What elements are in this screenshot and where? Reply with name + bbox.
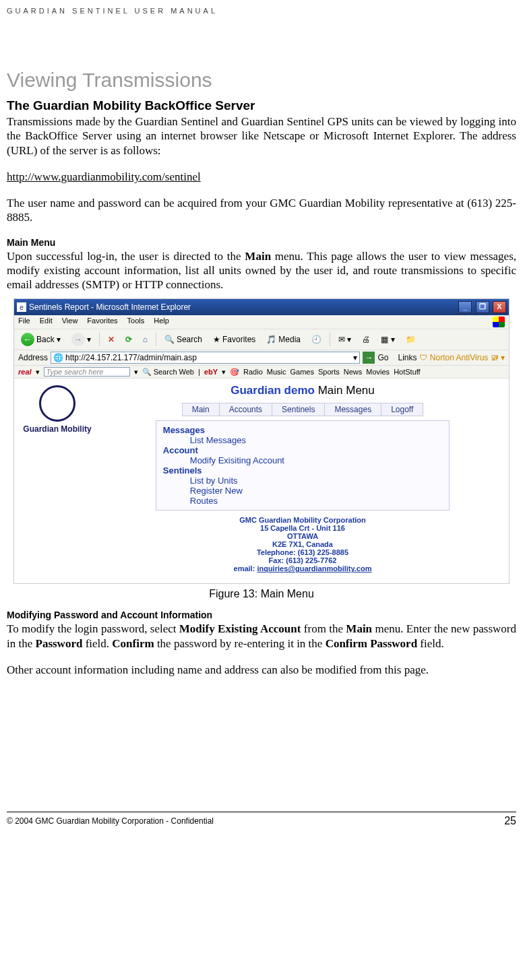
tab-accounts[interactable]: Accounts (220, 403, 272, 416)
mail-button[interactable]: ✉ ▾ (336, 334, 354, 345)
text: Upon successful log-in, the user is dire… (7, 250, 245, 263)
tab-sentinels[interactable]: Sentinels (272, 403, 325, 416)
folder-button[interactable]: 📁 (403, 334, 419, 345)
menu-edit[interactable]: Edit (40, 317, 53, 327)
menu-tools[interactable]: Tools (127, 317, 145, 327)
norton-text: Norton AntiVirus (430, 353, 489, 362)
real-search-web[interactable]: 🔍 Search Web (142, 368, 194, 377)
paragraph: To modify the login password, select Mod… (7, 622, 516, 651)
media-label: Media (278, 335, 301, 344)
subsection-heading-main-menu: Main Menu (7, 237, 516, 248)
real-logo: real (18, 368, 32, 376)
toolbar-link[interactable]: Music (267, 368, 286, 376)
chevron-down-icon[interactable]: ▾ (134, 368, 138, 377)
toolbar-link[interactable]: Movies (366, 368, 390, 376)
address-value: http://24.157.21.177/admin/main.asp (65, 353, 197, 362)
search-button[interactable]: 🔍 Search (162, 334, 205, 345)
real-search-input[interactable]: Type search here (44, 367, 130, 377)
chevron-down-icon[interactable]: ▾ (36, 368, 40, 377)
favorites-button[interactable]: ★ Favorites (210, 334, 258, 345)
maximize-button[interactable]: ❐ (476, 301, 489, 313)
footer-line: 15 Capella Crt - Unit 116 (103, 524, 502, 532)
menu-item-routes[interactable]: Routes (190, 496, 442, 506)
back-label: Back (36, 335, 55, 344)
spacer (7, 225, 516, 237)
window-buttons: _ ❐ X (457, 301, 506, 313)
tab-logoff[interactable]: Logoff (381, 403, 423, 416)
paragraph: The user name and password can be acquir… (7, 196, 516, 225)
toolbar-link[interactable]: ebY (204, 368, 218, 376)
tab-main[interactable]: Main (183, 403, 220, 416)
paragraph: Transmissions made by the Guardian Senti… (7, 115, 516, 158)
footer-line: GMC Guardian Mobility Corporation (103, 516, 502, 524)
bold-text: Password (36, 637, 83, 650)
favorites-label: Favorites (222, 335, 255, 344)
page-title: Viewing Transmissions (7, 69, 516, 92)
real-search-web-label: Search Web (154, 368, 194, 376)
minimize-button[interactable]: _ (458, 301, 472, 313)
chevron-down-icon[interactable]: ▾ (353, 353, 357, 362)
refresh-button[interactable]: ⟳ (123, 334, 135, 345)
stop-button[interactable]: ✕ (105, 334, 117, 345)
menu-favorites[interactable]: Favorites (87, 317, 117, 327)
paragraph: http://www.guardianmobility.com/sentinel (7, 170, 516, 184)
go-button[interactable]: → (363, 352, 375, 364)
links-label[interactable]: Links (398, 353, 417, 362)
separator (156, 333, 156, 346)
footer-line: Telephone: (613) 225-8885 (103, 548, 502, 556)
back-button[interactable]: ←Back ▾ (18, 332, 63, 347)
toolbar-link[interactable]: Games (290, 368, 314, 376)
chevron-down-icon: ▾ (57, 335, 61, 344)
tab-bar: Main Accounts Sentinels Messages Logoff (182, 403, 424, 416)
toolbar-link[interactable]: Radio (243, 368, 263, 376)
spacer (7, 158, 516, 170)
running-header: GUARDIAN SENTINEL USER MANUAL (7, 7, 516, 15)
menu-category: Sentinels (163, 465, 442, 476)
forward-button[interactable]: → ▾ (69, 332, 94, 347)
print-button[interactable]: 🖨 (359, 334, 373, 345)
media-button[interactable]: 🎵 Media (264, 334, 303, 345)
menu-item-modify-account[interactable]: Modify Exisiting Account (190, 455, 442, 465)
chevron-down-icon: ▾ (87, 335, 91, 344)
footer-line: Fax: (613) 225-7762 (103, 556, 502, 564)
menu-file[interactable]: File (18, 317, 30, 327)
footer-email-link[interactable]: inquiries@guardianmobility.com (257, 564, 371, 573)
toolbar-link[interactable]: HotStuff (394, 368, 421, 376)
toolbar-link[interactable]: News (344, 368, 363, 376)
bold-text: Confirm (112, 637, 154, 650)
menu-item-register-new[interactable]: Register New (190, 486, 442, 496)
tab-messages[interactable]: Messages (325, 403, 381, 416)
copyright-text: © 2004 GMC Guardian Mobility Corporation… (7, 816, 504, 826)
edit-button[interactable]: ▦ ▾ (378, 334, 397, 345)
toolbar-button[interactable]: 🎯 (230, 368, 239, 377)
page-footer: © 2004 GMC Guardian Mobility Corporation… (7, 812, 516, 830)
guardian-logo-icon (39, 385, 75, 422)
text: field. (82, 637, 112, 650)
menu-view[interactable]: View (62, 317, 78, 327)
text: field. (417, 637, 444, 650)
footer-line: email: inquiries@guardianmobility.com (103, 564, 502, 573)
logo-cell: Guardian Mobility (14, 379, 100, 583)
document-page: GUARDIAN SENTINEL USER MANUAL Viewing Tr… (0, 0, 523, 980)
menu-help[interactable]: Help (154, 317, 169, 327)
menu-bar: File Edit View Favorites Tools Help (14, 315, 509, 329)
window-titlebar: e Sentinels Report - Microsoft Internet … (14, 299, 509, 315)
screenshot-figure: e Sentinels Report - Microsoft Internet … (13, 298, 510, 584)
backoffice-url-link[interactable]: http://www.guardianmobility.com/sentinel (7, 170, 201, 183)
home-button[interactable]: ⌂ (140, 334, 150, 345)
real-toolbar: real ▾ Type search here ▾ 🔍 Search Web |… (14, 366, 509, 379)
figure-caption: Figure 13: Main Menu (7, 588, 516, 600)
windows-flag-icon (493, 317, 505, 327)
address-input[interactable]: 🌐 http://24.157.21.177/admin/main.asp ▾ (51, 352, 360, 364)
back-arrow-icon: ← (21, 333, 34, 346)
guardian-logo-text: Guardian Mobility (17, 424, 98, 434)
separator (330, 333, 330, 346)
history-button[interactable]: 🕘 (309, 334, 324, 345)
toolbar-link[interactable]: Sports (318, 368, 340, 376)
menu-item-list-messages[interactable]: List Messages (190, 435, 442, 445)
menu-item-list-units[interactable]: List by Units (190, 476, 442, 486)
separator: | (198, 368, 200, 376)
search-label: Search (177, 335, 202, 344)
menu-category: Messages (163, 425, 442, 435)
close-button[interactable]: X (493, 301, 506, 313)
